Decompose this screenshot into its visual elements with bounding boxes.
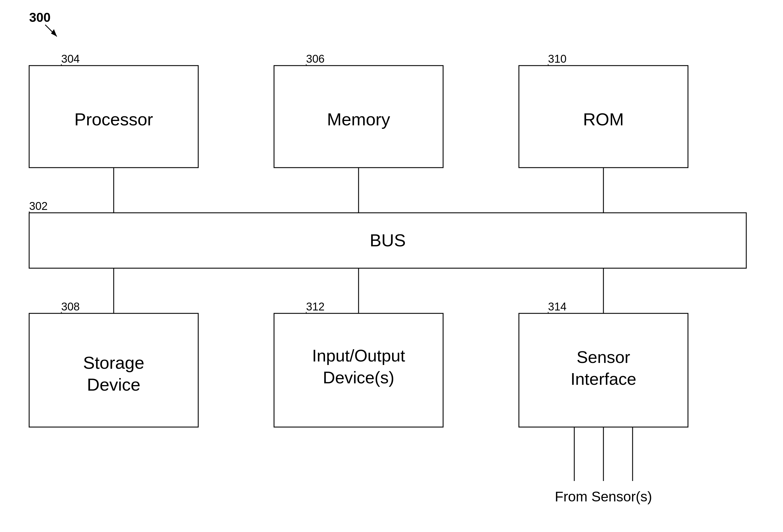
figure-number: 300: [29, 10, 51, 25]
from-sensors-label: From Sensor(s): [555, 489, 652, 504]
sensor-label-line2: Interface: [570, 369, 636, 388]
storage-label-line2: Device: [87, 375, 140, 395]
io-label-line2: Device(s): [323, 368, 395, 387]
rom-ref-label: 310: [548, 53, 566, 65]
storage-label-line1: Storage: [83, 353, 144, 373]
diagram-container: 300 304 Processor 306 Memory 310 ROM: [0, 0, 783, 532]
storage-ref-label: 308: [61, 301, 80, 313]
memory-ref-label: 306: [306, 53, 324, 65]
memory-label: Memory: [327, 109, 390, 129]
processor-ref-label: 304: [61, 53, 80, 65]
bus-label-text: BUS: [370, 230, 406, 250]
sensor-label-line1: Sensor: [576, 347, 630, 367]
bus-ref-label: 302: [29, 200, 48, 212]
sensor-ref-label: 314: [548, 301, 566, 313]
svg-marker-1: [51, 29, 57, 36]
rom-label: ROM: [583, 109, 624, 129]
io-label-line1: Input/Output: [312, 346, 405, 365]
processor-label: Processor: [74, 109, 153, 129]
io-ref-label: 312: [306, 301, 324, 313]
